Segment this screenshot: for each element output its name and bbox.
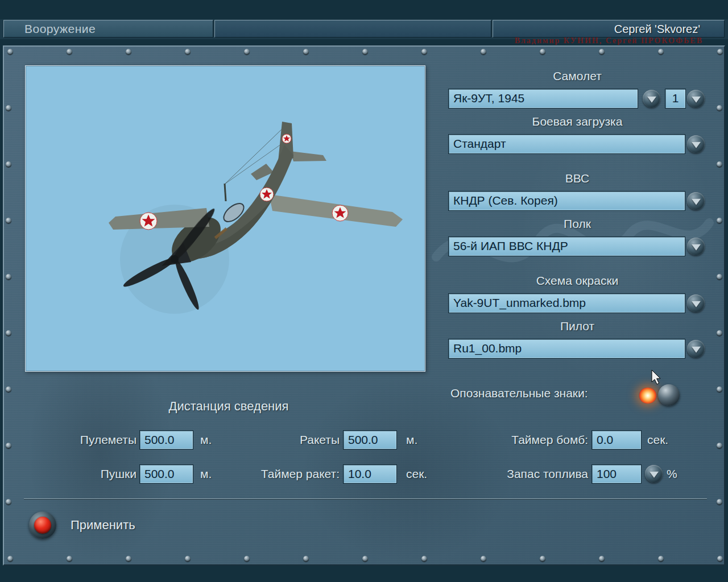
rivet [421,49,427,55]
top-bar-segment [214,20,491,38]
rivet [717,330,722,336]
rockets-unit: м. [406,430,417,450]
rivet [6,330,11,336]
cannons-label: Пушки [38,464,136,484]
arrow-down-icon [692,346,701,352]
rivet [717,499,722,505]
rivet [185,556,191,562]
arrow-down-icon [692,244,701,250]
loadout-dropdown[interactable]: Стандарт [448,134,685,154]
rivet [7,556,13,562]
screen: Вооружение Сергей 'Skvorez' Владимир КУН… [0,0,728,582]
rivet [303,556,309,562]
fuel-unit: % [667,464,677,484]
rivet [185,49,191,55]
cannons-convergence-input[interactable] [139,464,193,484]
regiment-section-label: Полк [448,217,706,231]
pilot-dropdown-arrow-button[interactable] [687,340,705,357]
tab-armament[interactable]: Вооружение [3,20,213,38]
rivet [717,161,722,167]
rivet [717,386,722,392]
regiment-dropdown-arrow-button[interactable] [687,238,705,255]
rivet [244,49,250,55]
bomb-timer-unit: сек. [647,430,668,450]
rivet [717,443,722,448]
rocket-timer-label: Таймер ракет: [243,464,340,484]
rivet [6,161,11,167]
rivet [303,49,309,55]
pilot-dropdown[interactable]: Ru1_00.bmp [448,339,685,359]
convergence-title: Дистанция сведения [143,399,314,414]
machineguns-convergence-input[interactable] [139,430,193,450]
paintscheme-dropdown-arrow-button[interactable] [687,294,705,312]
aircraft-preview [25,65,425,372]
arrow-down-icon [647,96,656,102]
loadout-dropdown-arrow-button[interactable] [687,135,705,153]
rivet [599,49,605,55]
rivet [599,556,605,562]
arrow-down-icon [692,301,701,307]
markings-toggle[interactable] [635,382,688,409]
rivet [6,274,11,280]
rivet [481,49,486,55]
pilot-section-label: Пилот [448,319,706,333]
airforce-dropdown-arrow-button[interactable] [687,192,705,210]
rivet [7,49,13,55]
rockets-convergence-input[interactable] [343,430,397,450]
rivet [6,386,11,392]
rivet [421,556,427,562]
rivet [717,218,722,223]
rivet [540,556,545,562]
apply-button-icon [34,517,51,534]
aircraft-count-dropdown[interactable]: 1 [665,89,686,109]
main-panel: Самолет Як-9УТ, 1945 1 Боевая загрузка С… [3,45,725,566]
rivet [362,49,368,55]
tab-armament-label: Вооружение [24,22,96,36]
cannons-unit: м. [200,464,212,484]
rivet [658,49,664,55]
rivet [6,105,11,111]
bomb-timer-label: Таймер бомб: [482,430,588,450]
background-credit-text: Владимир КУНИН, Сергей ПРОКОФЬЕВ [515,36,703,45]
rivet [6,443,11,448]
markings-label: Опознавательные знаки: [450,386,615,400]
rivet [540,49,545,55]
rivet [6,499,11,505]
bomb-timer-input[interactable] [592,430,642,450]
airforce-dropdown[interactable]: КНДР (Сев. Корея) [448,191,685,211]
flame-icon [639,388,657,404]
rivet [67,49,72,55]
rivet [481,556,486,562]
rivet [244,556,250,562]
rivet [6,218,11,223]
rivet [362,556,368,562]
arrow-down-icon [692,142,701,148]
top-bar-segment-right: Сергей 'Skvorez' [493,20,725,38]
rockets-label: Ракеты [243,430,340,450]
player-name: Сергей 'Skvorez' [614,23,700,36]
rivet [717,556,723,562]
machineguns-label: Пулеметы [38,430,136,450]
fuel-label: Запас топлива [482,464,588,484]
paintscheme-dropdown[interactable]: Yak-9UT_unmarked.bmp [448,293,685,313]
rocket-timer-input[interactable] [343,464,397,484]
arrow-down-icon [692,198,701,205]
loadout-section-label: Боевая загрузка [448,115,706,128]
divider [24,498,707,500]
regiment-dropdown[interactable]: 56-й ИАП ВВС КНДР [448,236,685,256]
fuel-input[interactable] [592,464,642,484]
aircraft-count-arrow-button[interactable] [687,90,705,107]
aircraft-dropdown-arrow-button[interactable] [643,90,660,107]
airforce-section-label: ВВС [448,172,706,185]
apply-label[interactable]: Применить [71,517,135,533]
paintscheme-section-label: Схема окраски [448,274,706,288]
rocket-timer-unit: сек. [406,464,427,484]
rivet [67,556,72,562]
fuel-arrow-button[interactable] [645,465,663,483]
rivet [717,105,722,111]
apply-button[interactable] [29,512,56,539]
aircraft-dropdown[interactable]: Як-9УТ, 1945 [448,89,638,109]
arrow-down-icon [650,471,659,477]
rivet [126,556,131,562]
rivet [717,49,723,55]
